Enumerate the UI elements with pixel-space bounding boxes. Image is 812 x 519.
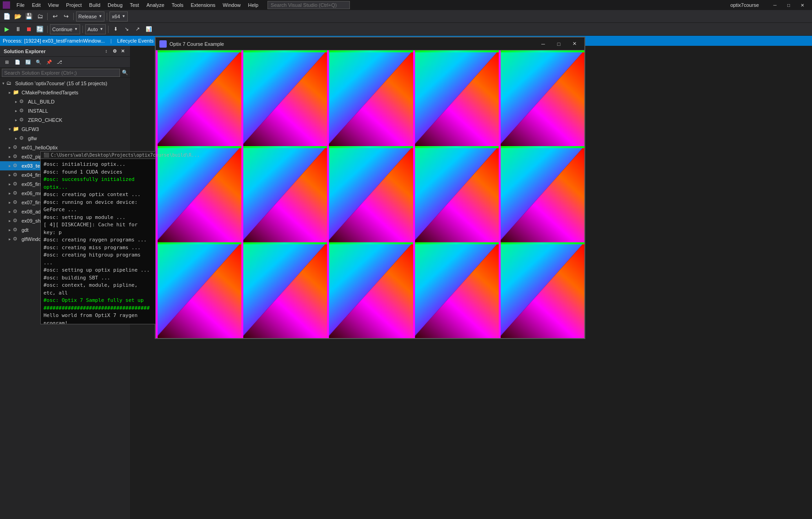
optix-tile-canvas-8 [413, 146, 499, 242]
step-out-button[interactable]: ↗ [133, 24, 143, 34]
menu-window[interactable]: Window [219, 1, 244, 9]
save-button[interactable]: 💾 [24, 11, 34, 22]
menu-view[interactable]: View [44, 1, 63, 9]
se-search-input[interactable] [2, 69, 120, 77]
tree-item-cmake[interactable]: ▸📁CMakePredefinedTargets [0, 88, 130, 97]
tree-arrow-ex05[interactable]: ▸ [6, 182, 13, 186]
optix-tile-7 [327, 146, 413, 242]
console-line: #osc: context, module, pipline, etc, all [44, 282, 153, 297]
tree-arrow-ex08[interactable]: ▸ [6, 209, 13, 214]
process-sep-1: | [110, 38, 112, 44]
process-value: [19224] ex03_testFrameInWindow... [24, 38, 105, 44]
step-over-button[interactable]: ⬇ [111, 24, 121, 34]
menu-test[interactable]: Test [126, 1, 143, 9]
vs-logo-icon [3, 1, 10, 9]
tree-arrow-glfw3[interactable]: ▾ [6, 127, 13, 131]
tree-arrow-ex07[interactable]: ▸ [6, 200, 13, 205]
tree-arrow-ex03[interactable]: ▸ [6, 164, 13, 168]
step-into-button[interactable]: ↘ [122, 24, 132, 34]
save-all-button[interactable]: 🗂 [35, 11, 45, 22]
continue-dropdown[interactable]: Continue ▼ [50, 24, 80, 34]
auto-label: Auto [87, 27, 98, 32]
console-line: #osc: creating raygen programs ... [44, 236, 153, 244]
open-button[interactable]: 📂 [13, 11, 23, 22]
se-close-button[interactable]: ✕ [119, 48, 126, 55]
platform-dropdown[interactable]: x64 ▼ [109, 11, 128, 22]
se-collapse-button[interactable]: ⊞ [2, 57, 12, 67]
se-pending-button[interactable]: 📌 [44, 57, 54, 67]
tree-arrow-ex06[interactable]: ▸ [6, 191, 13, 196]
optix-tile-canvas-6 [241, 146, 327, 242]
optix-tile-8 [413, 146, 499, 242]
auto-dropdown[interactable]: Auto ▼ [85, 24, 106, 34]
toolbar-separator-3 [107, 13, 107, 20]
tree-arrow-glfw[interactable]: ▸ [13, 136, 19, 141]
console-line: #osc: building SBT ... [44, 274, 153, 282]
menu-analyze[interactable]: Analyze [143, 1, 168, 9]
auto-arrow-icon: ▼ [100, 27, 104, 31]
tree-arrow-install[interactable]: ▸ [13, 109, 19, 113]
se-search-box: 🔍 [0, 68, 130, 78]
menu-help[interactable]: Help [244, 1, 262, 9]
tree-item-install[interactable]: ▸⚙INSTALL [0, 106, 130, 115]
se-refresh-button[interactable]: 🔄 [23, 57, 33, 67]
minimize-button[interactable]: ─ [768, 0, 782, 10]
tree-arrow-ex04[interactable]: ▸ [6, 173, 13, 177]
se-settings-button[interactable]: ⚙ [111, 48, 118, 55]
menu-edit[interactable]: Edit [28, 1, 44, 9]
se-git-button[interactable]: ⎇ [54, 57, 65, 67]
optix-window[interactable]: Optix 7 Course Example ─ □ ✕ [155, 37, 585, 339]
menu-file[interactable]: File [13, 1, 28, 9]
new-project-button[interactable]: 📄 [2, 11, 12, 22]
optix-close-button[interactable]: ✕ [568, 39, 581, 49]
close-button[interactable]: ✕ [796, 0, 809, 10]
debug-restart-button[interactable]: 🔄 [35, 24, 45, 34]
menu-debug[interactable]: Debug [104, 1, 126, 9]
tree-item-ex01[interactable]: ▸⚙ex01_helloOptix [0, 143, 130, 152]
process-label: Process: [3, 38, 22, 44]
tree-arrow-cmake[interactable]: ▸ [6, 90, 13, 95]
continue-label: Continue [52, 27, 72, 32]
redo-button[interactable]: ↪ [61, 11, 71, 22]
tree-item-solution[interactable]: ▾🗂Solution 'optix7course' (15 of 15 proj… [0, 79, 130, 88]
tree-arrow-gdt[interactable]: ▸ [6, 228, 13, 232]
menu-build[interactable]: Build [86, 1, 104, 9]
undo-button[interactable]: ↩ [50, 11, 60, 22]
tree-label-all_build: ALL_BUILD [28, 99, 128, 104]
tree-label-cmake: CMakePredefinedTargets [22, 90, 128, 95]
menu-tools[interactable]: Tools [168, 1, 187, 9]
debug-start-button[interactable]: ▶ [2, 24, 12, 34]
optix-minimize-button[interactable]: ─ [537, 39, 550, 49]
tree-arrow-ex02[interactable]: ▸ [6, 154, 13, 159]
tree-item-zero_check[interactable]: ▸⚙ZERO_CHECK [0, 115, 130, 125]
tree-arrow-glfwindow[interactable]: ▸ [6, 237, 13, 241]
optix-tile-1 [241, 50, 327, 146]
optix-tile-canvas-4 [499, 50, 584, 146]
tree-arrow-solution[interactable]: ▾ [0, 81, 6, 86]
maximize-button[interactable]: □ [782, 0, 796, 10]
optix-tile-10 [156, 242, 241, 338]
menu-project[interactable]: Project [62, 1, 85, 9]
global-search-input[interactable] [267, 1, 350, 9]
console-line: #osc: running on device device: GeForce … [44, 199, 153, 214]
optix-maximize-button[interactable]: □ [552, 39, 565, 49]
se-show-all-files-button[interactable]: 📄 [12, 57, 22, 67]
console-line: #osc: setting up optix pipeline ... [44, 267, 153, 274]
tree-arrow-ex09[interactable]: ▸ [6, 219, 13, 223]
diagnostics-button[interactable]: 📊 [144, 24, 154, 34]
se-sync-button[interactable]: ↕ [103, 48, 110, 55]
tree-item-glfw3[interactable]: ▾📁GLFW3 [0, 125, 130, 134]
menu-extensions[interactable]: Extensions [187, 1, 219, 9]
tree-item-all_build[interactable]: ▸⚙ALL_BUILD [0, 97, 130, 106]
console-line: #osc: creating optix context ... [44, 191, 153, 199]
debug-stop-button[interactable]: ⏹ [24, 24, 34, 34]
se-filter-button[interactable]: 🔍 [33, 57, 44, 67]
tree-icon-ex08: ⚙ [13, 208, 20, 215]
console-output: #osc: initializing optix...#osc: found 1… [41, 159, 155, 324]
tree-arrow-zero_check[interactable]: ▸ [13, 118, 19, 122]
tree-arrow-ex01[interactable]: ▸ [6, 145, 13, 150]
debug-pause-button[interactable]: ⏸ [13, 24, 23, 34]
build-config-dropdown[interactable]: Release ▼ [76, 11, 104, 22]
tree-item-glfw[interactable]: ▸⚙glfw [0, 134, 130, 143]
tree-arrow-all_build[interactable]: ▸ [13, 99, 19, 104]
